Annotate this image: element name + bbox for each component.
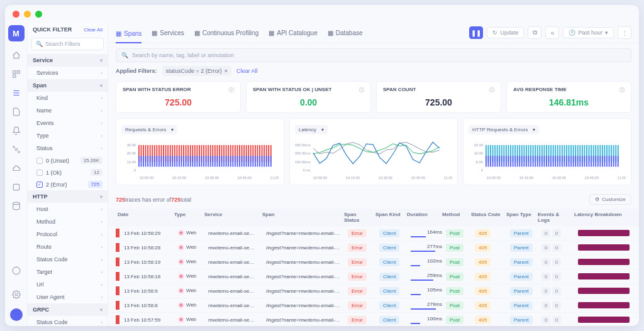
sidebar-section[interactable]: GRPC▾ — [28, 303, 108, 316]
home-icon[interactable] — [11, 50, 21, 60]
sidebar-item[interactable]: Method› — [28, 215, 108, 228]
svg-rect-234 — [573, 156, 574, 166]
alerts-icon[interactable] — [11, 126, 21, 136]
total-count: 725 — [171, 197, 180, 203]
sidebar-item[interactable]: Target› — [28, 266, 108, 278]
svg-rect-248 — [589, 156, 590, 166]
database-icon[interactable] — [11, 201, 21, 211]
filter-checkbox[interactable]: 1 (Ok)12 — [28, 166, 108, 178]
metric-card: SPAN WITH STATUS OK | UNSETⓘ0.00 — [246, 81, 371, 113]
sidebar-item[interactable]: Events› — [28, 117, 108, 129]
update-button[interactable]: ↻Update — [487, 27, 524, 38]
sidebar-item[interactable]: Host› — [28, 203, 108, 215]
span-search[interactable]: 🔍 Search by name, tag, label or annotati… — [116, 48, 631, 62]
pause-button[interactable]: ❚❚ — [469, 26, 483, 39]
sidebar-item[interactable]: Protocol› — [28, 228, 108, 241]
close-icon[interactable]: × — [225, 68, 228, 74]
sidebar-section[interactable]: HTTP▾ — [28, 190, 108, 203]
svg-rect-170 — [501, 156, 502, 166]
svg-rect-110 — [242, 156, 243, 166]
filter-chip[interactable]: statusCode = 2 (Error)× — [162, 66, 232, 76]
svg-rect-214 — [550, 156, 552, 166]
clear-all-link[interactable]: Clear All — [84, 27, 103, 33]
svg-rect-172 — [503, 156, 504, 166]
svg-rect-42 — [165, 156, 167, 166]
cloud-icon[interactable] — [11, 163, 21, 173]
sidebar-item[interactable]: Url› — [28, 278, 108, 291]
sidebar-item[interactable]: Kind› — [28, 92, 108, 104]
svg-rect-262 — [604, 156, 605, 166]
svg-rect-98 — [228, 156, 229, 166]
svg-rect-220 — [557, 156, 558, 166]
sidebar-item[interactable]: Status Code› — [28, 316, 108, 326]
metric-card: SPAN WITH STATUS ERRORⓘ725.00 — [116, 81, 241, 113]
sidebar-item[interactable]: User Agent› — [28, 291, 108, 303]
filter-search[interactable]: 🔍 Search Filters — [31, 38, 104, 50]
sidebar-section[interactable]: Service▾ — [28, 54, 108, 67]
traces-icon[interactable] — [11, 88, 21, 98]
app-logo[interactable]: M — [8, 25, 25, 41]
filter-checkbox[interactable]: ✓2 (Error)725 — [28, 178, 108, 190]
svg-rect-56 — [181, 156, 182, 166]
tab-database[interactable]: ▦Database — [328, 27, 363, 39]
more-icon[interactable]: ⋮ — [618, 26, 631, 39]
close-dot[interactable] — [13, 11, 19, 18]
svg-rect-256 — [597, 156, 599, 166]
integration-icon[interactable] — [11, 182, 21, 192]
svg-rect-108 — [239, 156, 240, 166]
svg-rect-218 — [555, 156, 556, 166]
svg-rect-202 — [537, 156, 538, 166]
time-picker[interactable]: 🕐Past hour▾ — [563, 27, 614, 38]
applied-filters-label: Applied Filters: — [116, 68, 157, 74]
svg-point-7 — [13, 146, 14, 148]
svg-text:10:45:00: 10:45:00 — [238, 176, 252, 180]
maximize-dot[interactable] — [35, 11, 42, 18]
table-row[interactable]: 13 Feb 10:58:9 ⊕Web mwdemo-email-se… /in… — [108, 284, 639, 298]
filter-checkbox[interactable]: 0 (Unset)15.26K — [28, 155, 108, 166]
svg-rect-274 — [618, 156, 619, 166]
svg-rect-204 — [539, 156, 540, 166]
chart-selector[interactable]: Latency ▾ — [295, 125, 328, 134]
sidebar-item[interactable]: Services› — [28, 67, 108, 79]
table-row[interactable]: 13 Feb 10:58:19 ⊕Web mwdemo-email-se… /i… — [108, 255, 639, 269]
minimize-dot[interactable] — [24, 11, 31, 18]
tab-spans[interactable]: ▦Spans — [116, 27, 142, 43]
svg-rect-96 — [226, 156, 227, 166]
svg-rect-72 — [199, 156, 200, 166]
tab-services[interactable]: ▦Services — [152, 27, 184, 39]
help-icon[interactable] — [11, 266, 21, 276]
sidebar-item[interactable]: Type› — [28, 129, 108, 142]
clear-filters[interactable]: Clear All — [236, 68, 258, 74]
svg-text:10:30:00: 10:30:00 — [552, 176, 566, 180]
svg-point-12 — [15, 293, 18, 296]
tab-continuous-profiling[interactable]: ▦Continuous Profiling — [194, 27, 259, 39]
metric-card: SPAN COUNTⓘ725.00 — [376, 81, 501, 113]
sidebar-section[interactable]: Span▾ — [28, 79, 108, 92]
chart-selector[interactable]: HTTP Requests & Errors ▾ — [469, 125, 539, 134]
dashboard-icon[interactable] — [11, 69, 21, 79]
table-row[interactable]: 13 Feb 10:57:59 ⊕Web mwdemo-email-se… /i… — [108, 313, 639, 326]
svg-rect-188 — [521, 156, 523, 166]
table-row[interactable]: 13 Feb 10:58:28 ⊕Web mwdemo-email-se… /i… — [108, 241, 639, 255]
customize-button[interactable]: ⚙Customize — [589, 194, 631, 205]
tab-api-catalogue[interactable]: ▦API Catalogue — [269, 27, 318, 39]
copy-icon[interactable]: ⧉ — [528, 26, 541, 39]
table-row[interactable]: 13 Feb 10:58:8 ⊕Web mwdemo-email-se… /in… — [108, 298, 639, 313]
sidebar-item[interactable]: Name› — [28, 104, 108, 117]
sidebar-item[interactable]: Status› — [28, 142, 108, 155]
svg-rect-68 — [194, 156, 196, 166]
chart-selector[interactable]: Requests & Errors ▾ — [121, 125, 177, 134]
nav-rail: M — [5, 23, 28, 326]
svg-rect-158 — [487, 156, 489, 166]
table-row[interactable]: 13 Feb 10:58:18 ⊕Web mwdemo-email-se… /i… — [108, 269, 639, 284]
sidebar-item[interactable]: Status Code› — [28, 253, 108, 266]
avatar[interactable] — [10, 308, 23, 321]
svg-rect-20 — [140, 156, 142, 166]
settings-icon[interactable] — [11, 290, 21, 300]
search-placeholder: Search by name, tag, label or annotation — [132, 52, 234, 58]
collapse-icon[interactable]: « — [545, 26, 559, 39]
sidebar-item[interactable]: Route› — [28, 241, 108, 253]
logs-icon[interactable] — [11, 107, 21, 117]
network-icon[interactable] — [11, 144, 21, 155]
table-row[interactable]: 13 Feb 10:58:29 ⊕Web mwdemo-email-se… /i… — [108, 226, 639, 241]
